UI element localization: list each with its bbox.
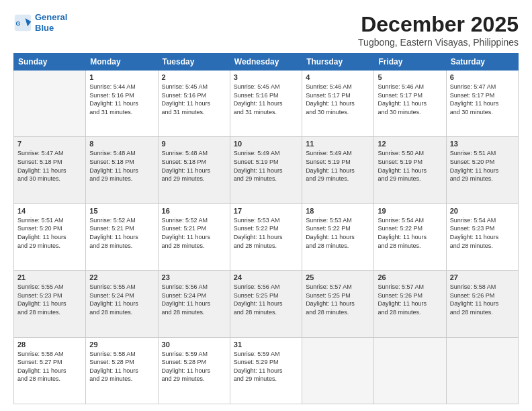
calendar-cell: 26Sunrise: 5:57 AMSunset: 5:26 PMDayligh…: [374, 271, 446, 337]
day-number: 31: [234, 340, 298, 349]
calendar-week-row: 21Sunrise: 5:55 AMSunset: 5:23 PMDayligh…: [14, 271, 519, 337]
day-number: 8: [89, 140, 154, 148]
day-number: 10: [234, 140, 298, 148]
day-number: 20: [450, 207, 515, 215]
day-number: 18: [306, 207, 370, 215]
day-number: 24: [234, 273, 298, 281]
calendar-cell: [302, 337, 374, 404]
day-info: Sunrise: 5:46 AMSunset: 5:17 PMDaylight:…: [306, 83, 370, 116]
calendar-cell: 6Sunrise: 5:47 AMSunset: 5:17 PMDaylight…: [446, 71, 518, 137]
calendar-cell: 3Sunrise: 5:45 AMSunset: 5:16 PMDaylight…: [230, 71, 302, 137]
calendar-week-row: 14Sunrise: 5:51 AMSunset: 5:20 PMDayligh…: [14, 203, 519, 270]
calendar-cell: 16Sunrise: 5:52 AMSunset: 5:21 PMDayligh…: [158, 203, 230, 270]
day-info: Sunrise: 5:51 AMSunset: 5:20 PMDaylight:…: [450, 149, 515, 183]
calendar-day-header: Thursday: [302, 54, 374, 71]
calendar-cell: 1Sunrise: 5:44 AMSunset: 5:16 PMDaylight…: [86, 71, 158, 137]
day-info: Sunrise: 5:52 AMSunset: 5:21 PMDaylight:…: [162, 216, 226, 250]
day-number: 9: [162, 140, 226, 148]
day-number: 13: [450, 140, 515, 148]
day-info: Sunrise: 5:48 AMSunset: 5:18 PMDaylight:…: [89, 149, 154, 183]
day-number: 1: [89, 73, 154, 81]
day-number: 3: [234, 73, 298, 81]
calendar-table: SundayMondayTuesdayWednesdayThursdayFrid…: [13, 53, 519, 404]
day-number: 21: [17, 273, 82, 281]
calendar-week-row: 28Sunrise: 5:58 AMSunset: 5:27 PMDayligh…: [14, 337, 519, 404]
day-number: 14: [17, 207, 82, 215]
day-info: Sunrise: 5:50 AMSunset: 5:19 PMDaylight:…: [378, 149, 442, 183]
calendar-cell: 29Sunrise: 5:58 AMSunset: 5:28 PMDayligh…: [86, 337, 158, 404]
calendar-cell: 19Sunrise: 5:54 AMSunset: 5:22 PMDayligh…: [374, 203, 446, 270]
day-info: Sunrise: 5:53 AMSunset: 5:22 PMDaylight:…: [234, 216, 298, 250]
day-number: 17: [234, 207, 298, 215]
day-info: Sunrise: 5:56 AMSunset: 5:25 PMDaylight:…: [234, 283, 298, 316]
calendar-day-header: Monday: [86, 54, 158, 71]
day-number: 27: [450, 273, 515, 281]
calendar-cell: 22Sunrise: 5:55 AMSunset: 5:24 PMDayligh…: [86, 271, 158, 337]
calendar-cell: 7Sunrise: 5:47 AMSunset: 5:18 PMDaylight…: [14, 137, 86, 203]
day-info: Sunrise: 5:49 AMSunset: 5:19 PMDaylight:…: [234, 149, 298, 183]
calendar-cell: 20Sunrise: 5:54 AMSunset: 5:23 PMDayligh…: [446, 203, 518, 270]
calendar-cell: 27Sunrise: 5:58 AMSunset: 5:26 PMDayligh…: [446, 271, 518, 337]
calendar-cell: 25Sunrise: 5:57 AMSunset: 5:25 PMDayligh…: [302, 271, 374, 337]
day-info: Sunrise: 5:55 AMSunset: 5:24 PMDaylight:…: [89, 283, 154, 316]
day-info: Sunrise: 5:51 AMSunset: 5:20 PMDaylight:…: [17, 216, 82, 250]
day-info: Sunrise: 5:47 AMSunset: 5:18 PMDaylight:…: [17, 149, 82, 183]
day-info: Sunrise: 5:44 AMSunset: 5:16 PMDaylight:…: [89, 83, 154, 116]
subtitle: Tugbong, Eastern Visayas, Philippines: [358, 37, 519, 48]
day-info: Sunrise: 5:57 AMSunset: 5:25 PMDaylight:…: [306, 283, 370, 316]
calendar-cell: 30Sunrise: 5:59 AMSunset: 5:28 PMDayligh…: [158, 337, 230, 404]
calendar-cell: 5Sunrise: 5:46 AMSunset: 5:17 PMDaylight…: [374, 71, 446, 137]
day-info: Sunrise: 5:45 AMSunset: 5:16 PMDaylight:…: [234, 83, 298, 116]
calendar-day-header: Wednesday: [230, 54, 302, 71]
day-number: 30: [162, 340, 226, 349]
calendar-week-row: 1Sunrise: 5:44 AMSunset: 5:16 PMDaylight…: [14, 71, 519, 137]
calendar-cell: 13Sunrise: 5:51 AMSunset: 5:20 PMDayligh…: [446, 137, 518, 203]
page: G General Blue December 2025 Tugbong, Ea…: [0, 0, 532, 411]
day-info: Sunrise: 5:54 AMSunset: 5:22 PMDaylight:…: [378, 216, 442, 250]
calendar-cell: [14, 71, 86, 137]
day-info: Sunrise: 5:49 AMSunset: 5:19 PMDaylight:…: [306, 149, 370, 183]
day-number: 28: [17, 340, 82, 349]
day-number: 29: [89, 340, 154, 349]
calendar-cell: 18Sunrise: 5:53 AMSunset: 5:22 PMDayligh…: [302, 203, 374, 270]
day-number: 25: [306, 273, 370, 281]
day-info: Sunrise: 5:57 AMSunset: 5:26 PMDaylight:…: [378, 283, 442, 316]
calendar-cell: 14Sunrise: 5:51 AMSunset: 5:20 PMDayligh…: [14, 203, 86, 270]
day-number: 22: [89, 273, 154, 281]
calendar-day-header: Friday: [374, 54, 446, 71]
logo-icon: G: [13, 13, 32, 32]
day-info: Sunrise: 5:53 AMSunset: 5:22 PMDaylight:…: [306, 216, 370, 250]
day-number: 11: [306, 140, 370, 148]
calendar-header-row: SundayMondayTuesdayWednesdayThursdayFrid…: [14, 54, 519, 71]
calendar-cell: 8Sunrise: 5:48 AMSunset: 5:18 PMDaylight…: [86, 137, 158, 203]
day-info: Sunrise: 5:55 AMSunset: 5:23 PMDaylight:…: [17, 283, 82, 316]
day-number: 2: [162, 73, 226, 81]
logo: G General Blue: [13, 12, 67, 33]
calendar-cell: 4Sunrise: 5:46 AMSunset: 5:17 PMDaylight…: [302, 71, 374, 137]
day-info: Sunrise: 5:46 AMSunset: 5:17 PMDaylight:…: [378, 83, 442, 116]
day-number: 16: [162, 207, 226, 215]
day-info: Sunrise: 5:54 AMSunset: 5:23 PMDaylight:…: [450, 216, 515, 250]
day-info: Sunrise: 5:58 AMSunset: 5:28 PMDaylight:…: [89, 350, 154, 383]
calendar-day-header: Tuesday: [158, 54, 230, 71]
day-number: 6: [450, 73, 515, 81]
day-info: Sunrise: 5:58 AMSunset: 5:27 PMDaylight:…: [17, 350, 82, 383]
day-info: Sunrise: 5:59 AMSunset: 5:28 PMDaylight:…: [162, 350, 226, 383]
day-number: 23: [162, 273, 226, 281]
header: G General Blue December 2025 Tugbong, Ea…: [13, 12, 519, 48]
calendar-cell: [374, 337, 446, 404]
calendar-cell: 21Sunrise: 5:55 AMSunset: 5:23 PMDayligh…: [14, 271, 86, 337]
logo-blue: Blue: [35, 23, 54, 33]
day-number: 19: [378, 207, 442, 215]
calendar-cell: 28Sunrise: 5:58 AMSunset: 5:27 PMDayligh…: [14, 337, 86, 404]
calendar-cell: 9Sunrise: 5:48 AMSunset: 5:18 PMDaylight…: [158, 137, 230, 203]
calendar-cell: 15Sunrise: 5:52 AMSunset: 5:21 PMDayligh…: [86, 203, 158, 270]
calendar-cell: 12Sunrise: 5:50 AMSunset: 5:19 PMDayligh…: [374, 137, 446, 203]
day-info: Sunrise: 5:47 AMSunset: 5:17 PMDaylight:…: [450, 83, 515, 116]
svg-text:G: G: [16, 19, 21, 26]
day-number: 26: [378, 273, 442, 281]
day-number: 12: [378, 140, 442, 148]
calendar-day-header: Saturday: [446, 54, 518, 71]
day-info: Sunrise: 5:56 AMSunset: 5:24 PMDaylight:…: [162, 283, 226, 316]
calendar-cell: 2Sunrise: 5:45 AMSunset: 5:16 PMDaylight…: [158, 71, 230, 137]
